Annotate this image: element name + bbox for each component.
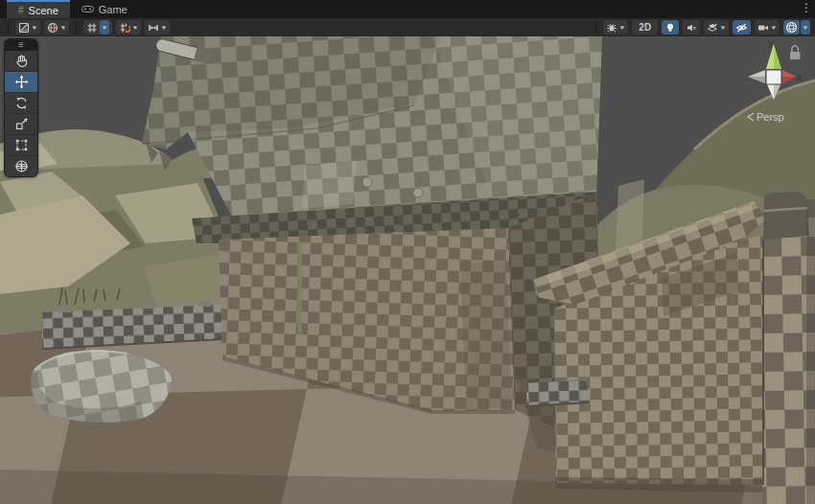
hand-icon (14, 54, 29, 68)
projection-label: Persp (757, 111, 784, 123)
effects-button[interactable]: ▼ (704, 20, 729, 34)
gizmo-x-label: x (797, 72, 803, 82)
grid-hash-icon: # (18, 6, 24, 15)
chevron-down-icon: ▼ (160, 25, 168, 31)
rect-tool[interactable] (5, 134, 37, 155)
tool-palette: ≡ (4, 38, 38, 177)
scene-toolbar: ▼ ▼ ▼ ▼ ▼ ▼ 2D ▼ ▼ (0, 18, 815, 36)
toolbar-separator (76, 21, 77, 34)
toolbar-separator (595, 21, 596, 34)
tab-game-label: Game (99, 4, 128, 15)
palette-drag-handle[interactable]: ≡ (5, 39, 37, 51)
debug-mode-button[interactable]: ▼ (603, 20, 628, 34)
scene-viewport[interactable]: y x Persp (0, 36, 815, 504)
chevron-down-icon: ▼ (618, 25, 626, 31)
rect-icon (14, 138, 29, 152)
grid-snapping-button[interactable]: ▼ (116, 20, 141, 34)
scene-visibility-button[interactable] (733, 20, 751, 34)
view-hand-tool[interactable] (5, 51, 37, 71)
gizmos-menu-button[interactable]: ▼ (783, 20, 810, 34)
eye-hidden-icon (735, 22, 748, 34)
globe-icon (47, 22, 58, 34)
move-icon (14, 75, 29, 89)
grid-icon (86, 22, 98, 34)
toolbar-separator (8, 21, 9, 34)
camera-icon (757, 22, 769, 34)
scale-tool[interactable] (5, 113, 37, 134)
gamepad-icon (82, 5, 94, 13)
grid-visibility-button[interactable]: ▼ (83, 20, 112, 34)
chevron-down-icon: ▼ (131, 25, 139, 31)
chevron-down-icon: ▼ (770, 25, 778, 31)
unity-editor-window: { "tab_bar": { "tabs": [ {"label": "Scen… (0, 0, 815, 504)
fog-overlay (0, 36, 815, 504)
rotate-tool[interactable] (5, 92, 37, 113)
orientation-globe-button[interactable]: ▼ (44, 20, 69, 34)
transform-icon (14, 159, 29, 173)
mode-2d-label: 2D (635, 22, 655, 33)
chevron-down-icon: ▼ (31, 25, 38, 31)
gizmo-sphere-icon (785, 21, 798, 34)
gizmo-center-cube[interactable] (766, 70, 781, 84)
chevron-down-icon: ▼ (719, 25, 727, 31)
grid-snap-icon (119, 22, 130, 34)
effects-layers-icon (707, 22, 718, 34)
scene-audio-button[interactable] (683, 20, 700, 34)
draw-mode-button[interactable]: ▼ (15, 20, 40, 34)
scale-icon (14, 117, 29, 131)
draw-mode-icon (18, 22, 30, 34)
tab-bar: # Scene Game ⋮ (0, 0, 815, 18)
light-bulb-icon (664, 22, 676, 34)
scene-lighting-button[interactable] (662, 20, 679, 34)
bug-icon (606, 22, 617, 34)
chevron-down-icon: ▼ (802, 25, 809, 31)
mode-2d-button[interactable]: 2D (632, 20, 658, 34)
tab-scene[interactable]: # Scene (7, 0, 70, 18)
tab-scene-label: Scene (29, 5, 58, 16)
kebab-vertical-icon[interactable]: ⋮ (801, 1, 812, 14)
camera-settings-button[interactable]: ▼ (755, 20, 780, 34)
move-snapping-button[interactable]: ▼ (145, 20, 170, 34)
move-tool[interactable] (5, 71, 37, 92)
snap-increment-icon (148, 22, 159, 34)
gizmo-y-label: y (768, 37, 774, 48)
tab-game[interactable]: Game (70, 0, 139, 18)
rotate-icon (14, 96, 29, 110)
chevron-down-icon: ▼ (101, 25, 108, 31)
transform-tool[interactable] (5, 155, 37, 176)
audio-muted-icon (686, 22, 697, 34)
chevron-down-icon: ▼ (59, 25, 67, 31)
